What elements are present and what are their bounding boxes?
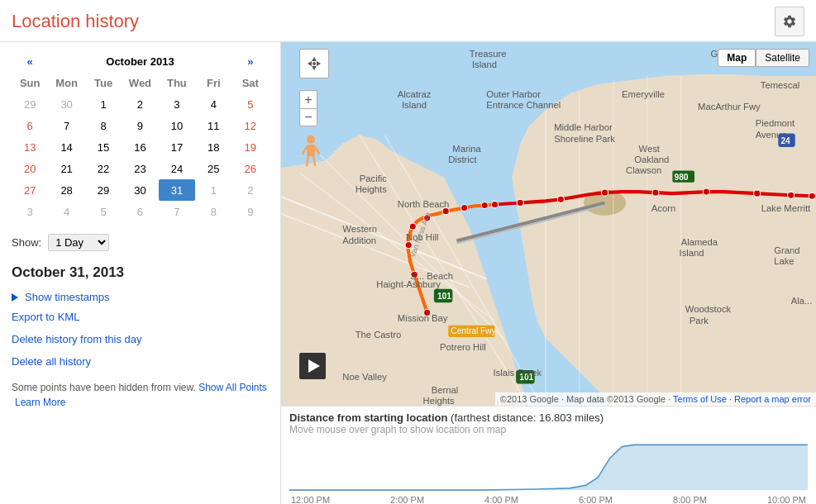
learn-more-link[interactable]: Learn More <box>15 397 65 408</box>
svg-point-97 <box>313 62 316 65</box>
calendar-day[interactable]: 8 <box>85 115 122 136</box>
calendar-day[interactable]: 13 <box>12 136 48 158</box>
show-row: Show: 1 Day 3 Days 1 Week <box>12 234 269 251</box>
streetview-person[interactable] <box>299 135 322 168</box>
svg-text:Heights: Heights <box>423 396 456 406</box>
svg-text:Addition: Addition <box>342 235 376 245</box>
calendar-day[interactable]: 30 <box>48 93 84 115</box>
calendar-day[interactable]: 2 <box>122 93 158 115</box>
calendar-day[interactable]: 17 <box>159 136 195 158</box>
calendar-day[interactable]: 19 <box>232 136 269 158</box>
map-type-satellite[interactable]: Satellite <box>756 49 809 67</box>
delete-day-link[interactable]: Delete history from this day <box>12 330 269 348</box>
play-icon <box>308 359 320 373</box>
svg-text:Temescal: Temescal <box>761 80 800 90</box>
show-all-points-link[interactable]: Show All Points <box>198 382 267 393</box>
play-button[interactable] <box>299 353 326 379</box>
calendar-day[interactable]: 9 <box>122 115 158 136</box>
show-label: Show: <box>12 236 41 249</box>
calendar-day[interactable]: 15 <box>85 136 122 158</box>
calendar-day[interactable]: 1 <box>195 179 231 201</box>
calendar-day[interactable]: 16 <box>122 136 158 158</box>
calendar-day[interactable]: 21 <box>48 158 84 179</box>
calendar-day[interactable]: 25 <box>195 158 231 179</box>
svg-text:Mission Bay: Mission Bay <box>398 313 448 323</box>
svg-text:Ala...: Ala... <box>791 296 813 306</box>
x-label-1: 2:00 PM <box>390 495 424 504</box>
svg-point-24 <box>461 204 468 211</box>
svg-text:Island: Island <box>402 100 427 110</box>
calendar-day[interactable]: 7 <box>48 115 84 136</box>
calendar-day[interactable]: 14 <box>48 136 84 158</box>
svg-point-21 <box>409 223 416 230</box>
calendar-day[interactable]: 8 <box>195 201 231 222</box>
calendar-prev[interactable]: « <box>12 50 48 72</box>
calendar-day[interactable]: 7 <box>159 201 195 222</box>
calendar-dow: Fri <box>195 72 231 93</box>
x-label-5: 10:00 PM <box>767 495 806 504</box>
calendar-day[interactable]: 4 <box>48 201 84 222</box>
calendar-day[interactable]: 28 <box>48 179 84 201</box>
map-container[interactable]: Pacific Heights Western Addition Haight-… <box>281 42 816 406</box>
calendar-day[interactable]: 1 <box>85 93 122 115</box>
calendar-day[interactable]: 22 <box>85 158 122 179</box>
svg-point-32 <box>754 190 761 197</box>
svg-text:Shoreline Park: Shoreline Park <box>554 134 615 144</box>
calendar-day[interactable]: 4 <box>195 93 231 115</box>
zoom-in-button[interactable]: + <box>299 90 317 108</box>
calendar-day[interactable]: 6 <box>12 115 48 136</box>
svg-text:MacArthur Fwy: MacArthur Fwy <box>698 102 761 112</box>
calendar-day[interactable]: 27 <box>12 179 48 201</box>
calendar-day[interactable]: 5 <box>85 201 122 222</box>
zoom-out-button[interactable]: − <box>299 108 317 126</box>
calendar-day[interactable]: 31 <box>159 179 195 201</box>
calendar-day[interactable]: 29 <box>85 179 122 201</box>
map-type-buttons: Map Satellite <box>718 49 809 67</box>
hidden-text: Some points have been hidden from view. <box>12 382 196 393</box>
calendar-dow: Sun <box>12 72 48 93</box>
calendar-day[interactable]: 29 <box>12 93 48 115</box>
calendar-day[interactable]: 26 <box>232 158 269 179</box>
svg-text:Heights: Heights <box>356 184 388 194</box>
svg-text:Woodstock: Woodstock <box>685 304 732 314</box>
map-nav-control[interactable] <box>299 49 329 78</box>
calendar-day[interactable]: 23 <box>122 158 158 179</box>
calendar-day[interactable]: 6 <box>122 201 158 222</box>
calendar-day[interactable]: 2 <box>232 179 269 201</box>
calendar-day[interactable]: 10 <box>159 115 195 136</box>
calendar-day[interactable]: 11 <box>195 115 231 136</box>
calendar-day[interactable]: 5 <box>232 93 269 115</box>
calendar-day[interactable]: 18 <box>195 136 231 158</box>
svg-text:Park: Park <box>690 316 709 326</box>
svg-text:Grand: Grand <box>774 245 799 255</box>
graph-x-labels: 12:00 PM 2:00 PM 4:00 PM 6:00 PM 8:00 PM… <box>289 495 808 504</box>
report-link[interactable]: Report a map error <box>734 394 811 404</box>
calendar-day[interactable]: 9 <box>232 201 269 222</box>
delete-all-link[interactable]: Delete all history <box>12 353 269 370</box>
timestamps-toggle[interactable]: Show timestamps <box>12 291 269 303</box>
svg-text:24: 24 <box>780 136 790 145</box>
svg-text:Marina: Marina <box>452 144 481 154</box>
graph-subtitle: Move mouse over graph to show location o… <box>289 424 808 435</box>
svg-text:Outer Harbor: Outer Harbor <box>486 89 541 99</box>
svg-text:Pacific: Pacific <box>360 174 388 183</box>
calendar-day[interactable]: 30 <box>122 179 158 201</box>
settings-button[interactable] <box>775 7 804 36</box>
svg-point-31 <box>703 188 709 195</box>
calendar-dow: Sat <box>232 72 269 93</box>
day-select[interactable]: 1 Day 3 Days 1 Week <box>48 234 109 251</box>
svg-line-102 <box>307 156 308 165</box>
copyright-text: ©2013 Google · Map data ©2013 Google <box>500 394 666 404</box>
map-type-map[interactable]: Map <box>718 49 756 67</box>
calendar-next[interactable]: » <box>232 50 269 72</box>
export-kml-link[interactable]: Export to KML <box>12 308 269 326</box>
calendar-day[interactable]: 20 <box>12 158 48 179</box>
terms-link[interactable]: Terms of Use <box>673 394 727 404</box>
calendar-day[interactable]: 3 <box>12 201 48 222</box>
calendar-dow: Wed <box>122 72 158 93</box>
calendar-day[interactable]: 24 <box>159 158 195 179</box>
svg-text:Lake: Lake <box>774 256 794 266</box>
calendar-day[interactable]: 3 <box>159 93 195 115</box>
calendar-day[interactable]: 12 <box>232 115 269 136</box>
svg-point-34 <box>809 193 815 199</box>
